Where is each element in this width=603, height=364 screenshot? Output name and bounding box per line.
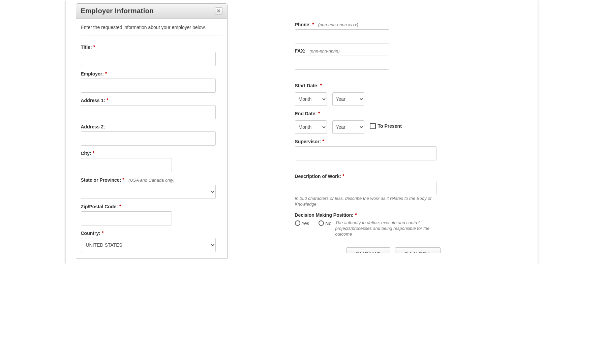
dialog-body[interactable]: Enter the requested information about yo… — [76, 19, 227, 259]
address2-label: Address 2: — [81, 124, 105, 129]
start-month-select[interactable]: Month — [295, 92, 327, 106]
description-label: Description of Work: — [295, 174, 341, 179]
description-help: In 250 characters or less, describe the … — [295, 196, 441, 207]
country-label: Country: — [81, 231, 100, 236]
required-icon: * — [105, 97, 109, 103]
field-title: Title:* — [81, 44, 222, 66]
fax-label: FAX: — [295, 48, 306, 54]
decision-label: Decision Making Position: — [295, 212, 354, 218]
phone-input[interactable] — [295, 29, 389, 43]
dialog-title: Employer Information — [81, 7, 154, 15]
employer-input[interactable] — [81, 79, 216, 93]
address1-input[interactable] — [81, 105, 216, 119]
submit-button[interactable]: SUBMIT — [346, 247, 390, 253]
to-present-checkbox[interactable] — [370, 123, 376, 129]
state-hint: (USA and Canada only) — [126, 178, 175, 183]
required-icon: * — [317, 110, 320, 116]
city-input[interactable] — [81, 158, 172, 172]
zip-input[interactable] — [81, 211, 172, 225]
decision-yes-label: Yes — [302, 221, 309, 226]
to-present-label: To Present — [378, 123, 402, 129]
end-month-select[interactable]: Month — [295, 120, 327, 134]
field-description: Description of Work:* In 250 characters … — [295, 173, 441, 207]
required-icon: * — [104, 70, 107, 76]
start-date-label: Start Date: — [295, 83, 319, 88]
decision-yes-radio[interactable] — [295, 220, 300, 226]
field-address2: Address 2: — [81, 124, 222, 146]
required-icon: * — [118, 203, 121, 209]
decision-no-radio[interactable] — [319, 220, 324, 226]
field-employer: Employer:* — [81, 71, 222, 93]
required-icon: * — [92, 44, 95, 50]
required-icon: * — [321, 138, 324, 144]
required-icon: * — [91, 150, 95, 156]
supervisor-input[interactable] — [295, 146, 436, 160]
divider — [81, 35, 222, 35]
required-icon: * — [354, 212, 357, 217]
button-row: SUBMIT CANCEL — [295, 242, 441, 253]
right-column: Phone:* (nnn-nnn-nnnn xxxx) FAX: (nnn-nn… — [295, 3, 447, 259]
description-input[interactable] — [295, 181, 436, 195]
field-start-date: Start Date:* Month Year — [295, 83, 441, 106]
employer-dialog: Employer Information ✕ Enter the request… — [76, 3, 228, 259]
required-icon: * — [100, 230, 104, 236]
employer-label: Employer: — [81, 71, 104, 77]
decision-help: The authority to define, execute and con… — [295, 220, 441, 237]
address1-label: Address 1: — [81, 98, 105, 103]
cancel-button[interactable]: CANCEL — [395, 247, 441, 253]
field-supervisor: Supervisor:* — [295, 139, 441, 160]
field-fax: FAX: (nnn-nnn-nnnn) — [295, 48, 441, 70]
start-year-select[interactable]: Year — [332, 92, 364, 106]
left-column: Employer Information ✕ Enter the request… — [76, 3, 228, 259]
fax-input[interactable] — [295, 56, 389, 70]
dialog-intro: Enter the requested information about yo… — [81, 23, 222, 32]
required-icon: * — [121, 177, 124, 182]
fax-hint: (nnn-nnn-nnnn) — [307, 49, 340, 54]
country-select[interactable]: UNITED STATES — [81, 238, 216, 252]
required-icon: * — [341, 173, 344, 179]
field-zip: Zip/Postal Code:* — [81, 204, 222, 225]
phone-hint: (nnn-nnn-nnnn xxxx) — [315, 22, 358, 27]
dialog-titlebar: Employer Information ✕ — [76, 4, 227, 19]
required-icon: * — [311, 21, 314, 27]
supervisor-label: Supervisor: — [295, 139, 321, 144]
state-label: State or Province: — [81, 177, 121, 183]
phone-label: Phone: — [295, 22, 311, 27]
form-frame: Employer Information ✕ Enter the request… — [66, 0, 538, 264]
address2-input[interactable] — [81, 131, 216, 146]
field-country: Country:* UNITED STATES — [81, 230, 222, 252]
close-icon[interactable]: ✕ — [215, 7, 222, 15]
field-state: State or Province:* (USA and Canada only… — [81, 177, 222, 199]
city-label: City: — [81, 151, 91, 156]
field-end-date: End Date:* Month Year To Present — [295, 111, 441, 134]
field-phone: Phone:* (nnn-nnn-nnnn xxxx) — [295, 22, 441, 43]
field-address1: Address 1:* — [81, 97, 222, 119]
decision-no-label: No — [325, 221, 331, 226]
end-date-label: End Date: — [295, 111, 317, 116]
end-year-select[interactable]: Year — [332, 120, 364, 134]
title-label: Title: — [81, 44, 92, 50]
zip-label: Zip/Postal Code: — [81, 204, 118, 209]
field-decision: Decision Making Position:* Yes No The au… — [295, 212, 441, 237]
title-input[interactable] — [81, 52, 216, 66]
required-icon: * — [319, 82, 322, 88]
field-city: City:* — [81, 150, 222, 172]
state-select[interactable] — [81, 185, 216, 199]
right-scroll[interactable]: Phone:* (nnn-nnn-nnnn xxxx) FAX: (nnn-nn… — [295, 3, 447, 253]
